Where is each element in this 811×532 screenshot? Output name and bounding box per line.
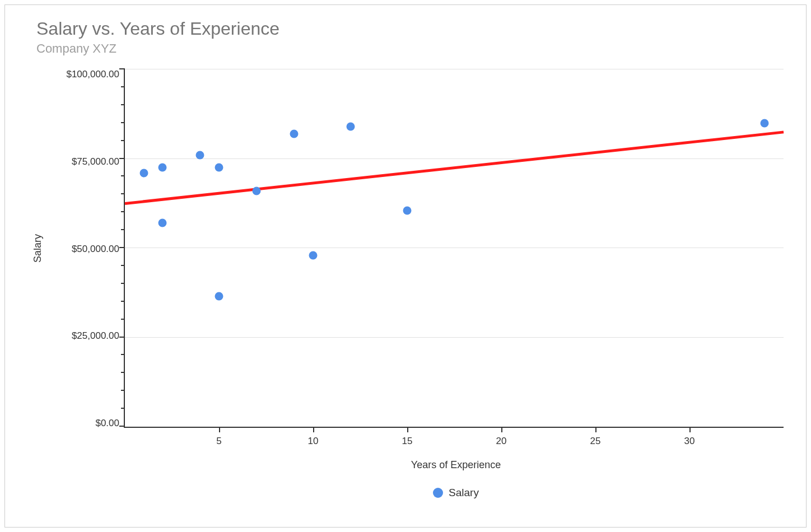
x-tick-mark — [595, 427, 596, 432]
y-minor-tick — [121, 390, 125, 391]
plot-area: 51015202530 — [124, 69, 784, 428]
y-tick-mark — [119, 158, 125, 159]
x-tick-mark — [313, 427, 314, 432]
y-minor-tick — [121, 354, 125, 355]
data-point — [196, 151, 204, 160]
y-tick-label: $100,000.00 — [66, 69, 119, 79]
chart-subtitle: Company XYZ — [27, 41, 784, 56]
gridline — [125, 69, 784, 69]
y-tick-label: $50,000.00 — [72, 244, 119, 254]
data-point — [347, 123, 355, 131]
chart-container: Salary vs. Years of Experience Company X… — [4, 4, 807, 528]
x-tick-label: 30 — [684, 436, 695, 447]
y-minor-tick — [121, 140, 125, 141]
legend-dot-icon — [433, 488, 443, 498]
legend: Salary — [128, 487, 784, 499]
y-minor-tick — [121, 211, 125, 212]
data-point — [290, 129, 299, 138]
y-minor-tick — [121, 104, 125, 105]
x-tick-label: 15 — [402, 436, 413, 447]
chart-title: Salary vs. Years of Experience — [27, 18, 784, 39]
y-minor-tick — [121, 283, 125, 284]
y-minor-tick — [121, 86, 125, 87]
gridline — [125, 337, 784, 338]
x-tick-label: 20 — [496, 436, 507, 447]
x-tick-label: 10 — [308, 436, 319, 447]
x-tick-mark — [689, 427, 691, 432]
y-minor-tick — [121, 122, 125, 123]
x-tick-label: 25 — [590, 436, 601, 447]
data-point — [215, 164, 223, 172]
x-tick-mark — [501, 427, 502, 432]
x-tick-mark — [407, 427, 408, 432]
x-tick-label: 5 — [216, 436, 221, 447]
y-minor-tick — [121, 372, 125, 373]
data-point — [139, 169, 148, 178]
y-minor-tick — [121, 229, 125, 230]
y-tick-label: $75,000.00 — [72, 157, 119, 166]
y-tick-mark — [119, 337, 125, 338]
y-minor-tick — [121, 265, 125, 266]
legend-label: Salary — [449, 487, 479, 499]
gridline — [125, 248, 784, 248]
data-point — [215, 292, 223, 301]
y-tick-mark — [119, 247, 125, 248]
data-point — [159, 164, 167, 172]
gridline — [125, 158, 784, 159]
trendline — [125, 130, 784, 205]
y-tick-label: $0.00 — [95, 418, 119, 428]
plot-wrapper: Salary $100,000.00 $75,000.00 $50,000.00… — [27, 69, 784, 428]
y-tick-mark — [119, 426, 125, 427]
y-axis-label: Salary — [27, 234, 48, 263]
y-tick-label: $25,000.00 — [72, 331, 119, 340]
data-point — [309, 251, 318, 259]
y-minor-tick — [121, 193, 125, 194]
y-minor-tick — [121, 319, 125, 320]
data-point — [159, 219, 167, 227]
y-tick-labels: $100,000.00 $75,000.00 $50,000.00 $25,00… — [48, 69, 124, 428]
x-tick-mark — [219, 427, 220, 432]
y-tick-mark — [119, 68, 125, 69]
y-minor-tick — [121, 408, 125, 409]
data-point — [761, 119, 769, 127]
y-minor-tick — [121, 301, 125, 302]
y-minor-tick — [121, 175, 125, 176]
x-axis-label: Years of Experience — [128, 459, 784, 471]
data-point — [403, 207, 412, 215]
data-point — [253, 186, 261, 195]
